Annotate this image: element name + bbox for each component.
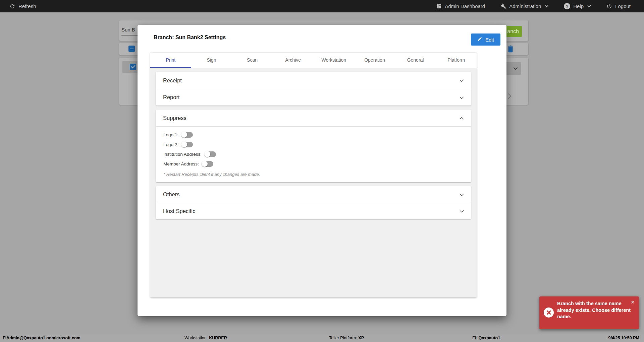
- settings-tab-bar: Print Sign Scan Archive Workstation Oper…: [150, 53, 477, 68]
- help-menu-item[interactable]: ? Help: [564, 3, 591, 9]
- settings-card: Print Sign Scan Archive Workstation Oper…: [150, 53, 477, 297]
- branch-row-checkbox[interactable]: [130, 64, 136, 70]
- select-all-checkbox[interactable]: [128, 46, 135, 52]
- chevron-down-icon: [460, 208, 464, 214]
- branch-name-input[interactable]: Sun B: [121, 27, 135, 32]
- logo2-toggle[interactable]: [181, 142, 193, 147]
- tab-general[interactable]: General: [395, 53, 436, 68]
- chevron-down-icon: [460, 94, 464, 100]
- logout-label: Logout: [615, 3, 631, 9]
- refresh-icon: [9, 3, 15, 9]
- member-address-toggle-label: Member Address:: [163, 161, 199, 166]
- status-bar: FiAdmin@Qaxpauto1.onmicrosoft.com Workst…: [0, 334, 644, 342]
- toggle-row-logo2: Logo 2:: [163, 141, 464, 147]
- power-icon: [606, 3, 612, 9]
- tab-sign[interactable]: Sign: [191, 53, 232, 68]
- accordion-others[interactable]: Others: [156, 186, 471, 203]
- chevron-up-icon: [460, 115, 464, 121]
- chevron-down-icon: [460, 192, 464, 198]
- delete-branch-button[interactable]: [507, 45, 514, 54]
- logo1-toggle-label: Logo 1:: [163, 132, 178, 137]
- chevron-down-icon: [460, 77, 464, 83]
- others-section-label: Others: [163, 191, 180, 198]
- workstation-label: Workstation:: [184, 336, 208, 340]
- accordion-receipt[interactable]: Receipt: [156, 72, 471, 89]
- member-address-toggle[interactable]: [202, 161, 213, 167]
- receipt-section-label: Receipt: [163, 77, 182, 84]
- workstation-value: KURRER: [209, 336, 227, 340]
- error-icon: [544, 307, 554, 318]
- restart-receipts-note: * Restart Receipts client if any changes…: [163, 172, 464, 177]
- suppress-section-body: Logo 1: Logo 2: Institution Address: Mem…: [156, 126, 471, 182]
- toggle-row-institution-address: Institution Address:: [163, 151, 464, 157]
- status-datetime: 9/4/25 10:59 PM: [608, 336, 639, 340]
- institution-address-toggle[interactable]: [205, 151, 216, 157]
- admin-dashboard-label: Admin Dashboard: [445, 3, 485, 9]
- tab-scan[interactable]: Scan: [232, 53, 273, 68]
- chevron-down-icon: [545, 5, 548, 7]
- toggle-row-member-address: Member Address:: [163, 161, 464, 167]
- edit-button[interactable]: Edit: [471, 33, 500, 46]
- accordion-suppress[interactable]: Suppress: [156, 110, 471, 126]
- host-specific-section-label: Host Specific: [163, 208, 195, 214]
- administration-label: Administration: [509, 3, 541, 9]
- fi-label: FI:: [472, 336, 477, 340]
- chevron-down-icon: [587, 5, 591, 7]
- accordion-host-specific[interactable]: Host Specific: [156, 203, 471, 219]
- toast-close-icon[interactable]: ✕: [631, 300, 635, 304]
- status-workstation: Workstation:KURRER: [184, 336, 227, 340]
- refresh-button[interactable]: Refresh: [9, 3, 36, 9]
- teller-platform-label: Teller Platform:: [329, 336, 357, 340]
- branch-settings-dialog: Branch: Sun Bank2 Settings Edit Print Si…: [138, 25, 506, 316]
- teller-platform-value: XP: [358, 336, 364, 340]
- tab-workstation[interactable]: Workstation: [314, 53, 355, 68]
- edit-button-label: Edit: [485, 37, 494, 43]
- logout-menu-item[interactable]: Logout: [606, 3, 631, 9]
- toggle-row-logo1: Logo 1:: [163, 132, 464, 138]
- status-fi: FI:Qaxpauto1: [472, 336, 500, 340]
- tab-operation[interactable]: Operation: [354, 53, 395, 68]
- wrench-icon: [500, 3, 506, 9]
- help-icon: ?: [564, 3, 570, 9]
- add-branch-button-label: anch: [507, 28, 519, 35]
- logo2-toggle-label: Logo 2:: [163, 142, 178, 147]
- dashboard-icon: [436, 3, 442, 9]
- institution-address-toggle-label: Institution Address:: [163, 152, 202, 157]
- admin-dashboard-menu-item[interactable]: Admin Dashboard: [436, 3, 485, 9]
- report-section-label: Report: [163, 94, 180, 100]
- dialog-header: Branch: Sun Bank2 Settings Edit: [138, 25, 506, 46]
- status-user: FiAdmin@Qaxpauto1.onmicrosoft.com: [3, 336, 80, 340]
- administration-menu-item[interactable]: Administration: [500, 3, 548, 9]
- tab-archive[interactable]: Archive: [273, 53, 314, 68]
- top-navigation-bar: Refresh Admin Dashboard Administration ?…: [0, 0, 644, 12]
- suppress-accordion-card: Suppress Logo 1: Logo 2: Insti: [156, 110, 471, 182]
- dialog-title: Branch: Sun Bank2 Settings: [154, 35, 226, 41]
- tab-print[interactable]: Print: [150, 53, 191, 68]
- tab-platform[interactable]: Platform: [436, 53, 477, 68]
- topbar-menu: Admin Dashboard Administration ? Help Lo…: [436, 3, 631, 9]
- toast-message: Branch with the same name already exists…: [557, 300, 632, 320]
- refresh-label: Refresh: [18, 3, 36, 9]
- status-teller-platform: Teller Platform:XP: [329, 336, 364, 340]
- next-page-chevron-icon[interactable]: [508, 93, 512, 100]
- receipt-report-accordion-card: Receipt Report: [156, 72, 471, 106]
- pencil-icon: [477, 37, 482, 43]
- others-host-accordion-card: Others Host Specific: [156, 186, 471, 219]
- fi-value: Qaxpauto1: [479, 336, 500, 340]
- error-toast: Branch with the same name already exists…: [539, 296, 639, 329]
- print-tab-panel: Receipt Report Suppress: [150, 68, 477, 297]
- logo1-toggle[interactable]: [181, 132, 193, 138]
- suppress-section-label: Suppress: [163, 115, 186, 121]
- chevron-down-icon: [513, 65, 518, 71]
- help-label: Help: [573, 3, 584, 9]
- accordion-report[interactable]: Report: [156, 89, 471, 106]
